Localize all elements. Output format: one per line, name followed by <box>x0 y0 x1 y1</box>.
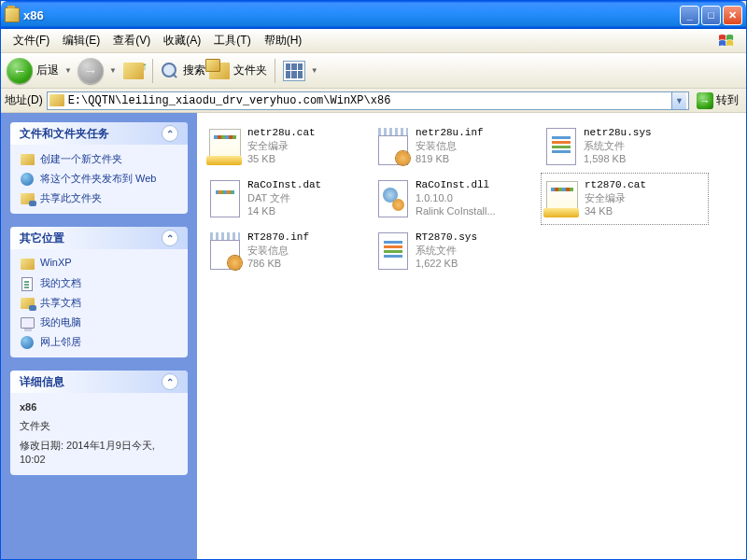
file-type: 安装信息 <box>416 140 484 153</box>
panel-file-tasks: 文件和文件夹任务 ⌃ 创建一个新文件夹 将这个文件夹发布到 Web 共享此文件夹 <box>10 122 188 214</box>
tasks-pane: 文件和文件夹任务 ⌃ 创建一个新文件夹 将这个文件夹发布到 Web 共享此文件夹 <box>1 113 197 559</box>
panel-details: 详细信息 ⌃ x86 文件夹 修改日期: 2014年1月9日今天, 10:02 <box>10 371 188 475</box>
go-label: 转到 <box>716 92 739 108</box>
folder-icon <box>49 94 64 106</box>
file-size: 1,598 KB <box>584 153 652 166</box>
menubar: 文件(F) 编辑(E) 查看(V) 收藏(A) 工具(T) 帮助(H) <box>1 29 746 53</box>
file-item[interactable]: netr28u.cat安全编录35 KB <box>204 120 373 173</box>
globe-icon <box>21 173 34 186</box>
task-new-folder[interactable]: 创建一个新文件夹 <box>20 152 178 167</box>
file-item[interactable]: RT2870.sys系统文件1,622 KB <box>373 225 541 277</box>
windows-flag-icon <box>712 32 740 50</box>
file-name: RaCoInst.dat <box>247 179 321 192</box>
file-size: 786 KB <box>247 258 309 271</box>
file-item[interactable]: RT2870.inf安装信息786 KB <box>204 225 373 277</box>
shared-docs-icon <box>21 298 35 309</box>
dat-file-icon <box>208 178 242 219</box>
collapse-icon[interactable]: ⌃ <box>162 373 178 390</box>
maximize-button[interactable]: □ <box>701 6 721 25</box>
file-type: 系统文件 <box>584 140 652 153</box>
file-name: RT2870.inf <box>247 231 309 245</box>
panel-title: 文件和文件夹任务 <box>20 126 109 142</box>
details-modified: 修改日期: 2014年1月9日今天, 10:02 <box>20 439 178 468</box>
folders-button[interactable]: 文件夹 <box>209 63 267 79</box>
panel-title: 详细信息 <box>20 374 64 390</box>
file-item[interactable]: RaCoInst.datDAT 文件14 KB <box>204 173 373 225</box>
address-input[interactable]: E:\QQTN\leiling_xiaodu_drv_veryhuo.com\W… <box>47 91 689 110</box>
address-dropdown-icon[interactable]: ▼ <box>671 92 686 109</box>
share-icon <box>21 193 35 204</box>
collapse-icon[interactable]: ⌃ <box>162 125 178 142</box>
views-dropdown-icon[interactable]: ▼ <box>309 66 320 75</box>
file-item[interactable]: netr28u.sys系统文件1,598 KB <box>541 120 709 173</box>
close-button[interactable]: ✕ <box>723 6 742 25</box>
file-size: 819 KB <box>416 153 484 166</box>
folder-icon <box>5 7 20 22</box>
place-my-documents[interactable]: 我的文档 <box>20 276 178 291</box>
place-my-computer[interactable]: 我的电脑 <box>20 315 178 330</box>
views-button[interactable] <box>283 60 305 82</box>
minimize-button[interactable]: _ <box>680 6 699 25</box>
panel-header[interactable]: 其它位置 ⌃ <box>10 227 188 249</box>
panel-header[interactable]: 文件和文件夹任务 ⌃ <box>10 122 188 145</box>
cat-file-icon <box>545 178 579 219</box>
file-size: Ralink CoInstall... <box>416 205 496 218</box>
sys-file-icon <box>376 231 410 272</box>
addressbar: 地址(D) E:\QQTN\leiling_xiaodu_drv_veryhuo… <box>1 89 746 113</box>
menu-edit[interactable]: 编辑(E) <box>56 31 106 50</box>
panel-title: 其它位置 <box>20 231 64 246</box>
file-item[interactable]: RaCoInst.dll1.0.10.0Ralink CoInstall... <box>373 173 541 225</box>
folders-icon <box>209 63 230 79</box>
file-item[interactable]: rt2870.cat安全编录34 KB <box>541 173 709 225</box>
documents-icon <box>21 277 33 291</box>
panel-header[interactable]: 详细信息 ⌃ <box>10 371 188 393</box>
place-network[interactable]: 网上邻居 <box>20 335 178 350</box>
menu-help[interactable]: 帮助(H) <box>258 31 309 50</box>
inf-file-icon <box>376 126 410 167</box>
go-button[interactable]: → 转到 <box>693 92 742 109</box>
menu-view[interactable]: 查看(V) <box>106 31 157 50</box>
place-shared-documents[interactable]: 共享文档 <box>20 296 178 311</box>
file-size: 35 KB <box>247 153 316 166</box>
window-title: x86 <box>23 8 680 22</box>
file-type: 安装信息 <box>247 245 309 258</box>
collapse-icon[interactable]: ⌃ <box>162 230 178 246</box>
titlebar[interactable]: x86 _ □ ✕ <box>1 1 746 29</box>
file-type: 安全编录 <box>585 192 646 205</box>
file-name: netr28u.cat <box>247 127 316 140</box>
search-button[interactable]: 搜索 <box>161 62 205 80</box>
file-name: RaCoInst.dll <box>416 179 496 192</box>
file-list[interactable]: netr28u.cat安全编录35 KBnetr28u.inf安装信息819 K… <box>197 113 746 559</box>
search-label: 搜索 <box>183 63 205 78</box>
menu-tools[interactable]: 工具(T) <box>207 31 257 50</box>
file-type: 系统文件 <box>416 245 477 258</box>
file-type: 安全编录 <box>247 140 316 153</box>
file-size: 34 KB <box>585 205 646 218</box>
back-dropdown-icon[interactable]: ▼ <box>63 66 74 75</box>
file-type: DAT 文件 <box>247 192 321 205</box>
file-size: 14 KB <box>247 205 321 218</box>
place-winxp[interactable]: WinXP <box>20 257 178 272</box>
file-name: rt2870.cat <box>585 179 646 192</box>
details-name: x86 <box>20 400 178 414</box>
file-name: netr28u.inf <box>416 127 484 140</box>
search-icon <box>161 62 179 80</box>
address-label: 地址(D) <box>5 92 43 108</box>
folders-label: 文件夹 <box>233 63 267 78</box>
back-button[interactable]: ← 后退 ▼ <box>7 58 74 84</box>
up-button[interactable] <box>122 60 145 82</box>
file-item[interactable]: netr28u.inf安装信息819 KB <box>373 120 541 173</box>
file-type: 1.0.10.0 <box>416 192 496 205</box>
task-share-folder[interactable]: 共享此文件夹 <box>20 191 178 206</box>
go-arrow-icon: → <box>697 92 713 109</box>
forward-dropdown-icon[interactable]: ▼ <box>107 66 119 75</box>
forward-button[interactable]: → <box>78 58 104 84</box>
details-type: 文件夹 <box>20 419 178 433</box>
menu-file[interactable]: 文件(F) <box>7 31 56 50</box>
panel-other-places: 其它位置 ⌃ WinXP 我的文档 共享文档 我的电脑 网上邻居 <box>10 227 188 357</box>
dll-file-icon <box>376 178 410 219</box>
file-name: netr28u.sys <box>584 127 652 140</box>
task-publish-web[interactable]: 将这个文件夹发布到 Web <box>20 172 178 187</box>
menu-favorites[interactable]: 收藏(A) <box>157 31 207 50</box>
toolbar: ← 后退 ▼ → ▼ 搜索 文件夹 ▼ <box>1 53 746 89</box>
